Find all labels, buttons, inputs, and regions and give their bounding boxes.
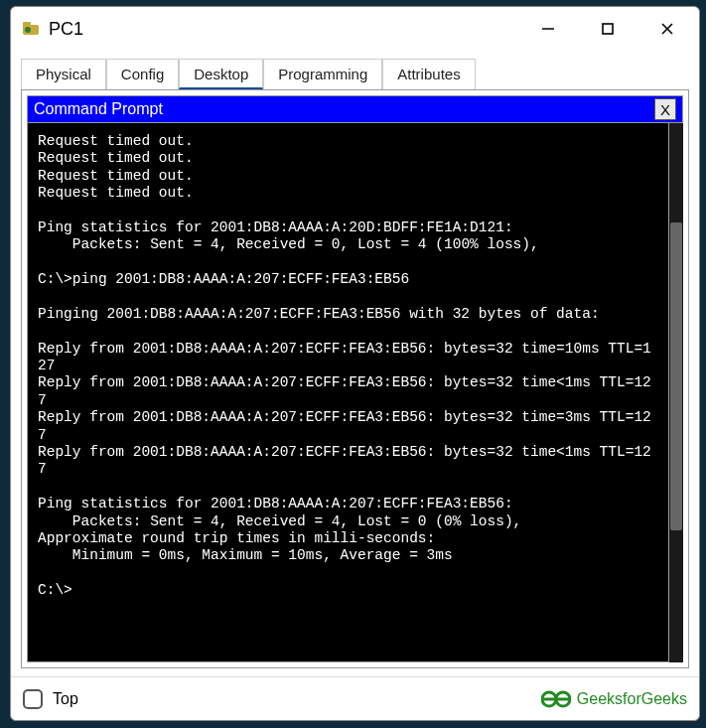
app-window: PC1 Physical Config Desktop Programming …: [10, 6, 700, 721]
app-icon: [21, 19, 41, 39]
tab-desktop[interactable]: Desktop: [179, 59, 263, 89]
command-prompt-close-button[interactable]: X: [654, 98, 676, 120]
close-button[interactable]: [647, 13, 687, 45]
svg-rect-1: [23, 22, 31, 27]
tab-programming[interactable]: Programming: [263, 59, 382, 89]
watermark-text: GeeksforGeeks: [577, 690, 687, 708]
svg-rect-4: [603, 24, 613, 34]
svg-point-2: [25, 27, 31, 33]
window-controls: [528, 13, 687, 45]
minimize-button[interactable]: [528, 13, 568, 45]
geeksforgeeks-logo-icon: [541, 688, 571, 710]
scrollbar[interactable]: [669, 123, 683, 662]
tabbar: Physical Config Desktop Programming Attr…: [21, 59, 699, 89]
terminal-output[interactable]: Request timed out. Request timed out. Re…: [27, 123, 669, 662]
top-checkbox[interactable]: [23, 689, 43, 709]
tab-attributes[interactable]: Attributes: [382, 59, 475, 89]
scrollbar-thumb[interactable]: [670, 222, 682, 530]
terminal-container: Request timed out. Request timed out. Re…: [27, 123, 683, 662]
top-checkbox-label: Top: [53, 690, 541, 708]
window-title: PC1: [49, 19, 528, 40]
tab-config[interactable]: Config: [106, 59, 179, 89]
maximize-button[interactable]: [588, 13, 628, 45]
watermark: GeeksforGeeks: [541, 688, 687, 710]
tab-physical[interactable]: Physical: [21, 59, 106, 89]
titlebar: PC1: [11, 7, 699, 51]
command-prompt-header: Command Prompt X: [27, 95, 683, 123]
command-prompt-title: Command Prompt: [34, 100, 654, 118]
bottombar: Top GeeksforGeeks: [11, 676, 699, 720]
desktop-panel: Command Prompt X Request timed out. Requ…: [21, 89, 689, 668]
